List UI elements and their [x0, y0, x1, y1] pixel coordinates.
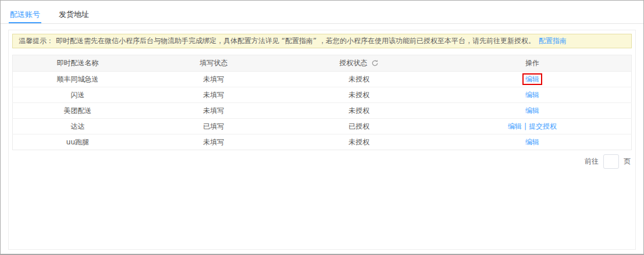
edit-link[interactable]: 编辑 [508, 122, 522, 130]
auth-status: 未授权 [285, 103, 433, 119]
action-separator: | [524, 122, 526, 130]
fill-status: 未填写 [143, 103, 285, 119]
col-header-auth-status: 授权状态 [285, 55, 433, 72]
config-guide-link[interactable]: 配置指南 [539, 36, 567, 46]
table-row: 顺丰同城急送 未填写 未授权 编辑 [13, 72, 632, 87]
delivery-name: uu跑腿 [13, 134, 143, 150]
notice-text: 即时配送需先在微信小程序后台与物流助手完成绑定，具体配置方法详见 “配置指南” … [56, 36, 535, 46]
table-row: 美团配送 未填写 未授权 编辑 [13, 103, 632, 119]
providers-table: 即时配送名称 填写状态 授权状态 [12, 55, 632, 150]
actions-cell: 编辑|提交授权 [433, 119, 631, 134]
auth-status: 已授权 [285, 119, 433, 134]
fill-status: 未填写 [143, 72, 285, 87]
actions-cell: 编辑 [433, 134, 631, 150]
submit-auth-link[interactable]: 提交授权 [529, 122, 557, 130]
delivery-name: 闪送 [13, 87, 143, 103]
page-number-input[interactable] [603, 154, 619, 169]
col-header-delivery-name: 即时配送名称 [13, 55, 143, 72]
notice-banner: 温馨提示： 即时配送需先在微信小程序后台与物流助手完成绑定，具体配置方法详见 “… [12, 34, 632, 48]
auth-status-label: 授权状态 [339, 58, 367, 68]
fill-status: 未填写 [143, 134, 285, 150]
page-jump: 前往 页 [12, 154, 632, 169]
edit-link[interactable]: 编辑 [525, 107, 539, 115]
edit-link[interactable]: 编辑 [522, 73, 542, 85]
tab-shipping-address[interactable]: 发货地址 [58, 5, 90, 23]
refresh-icon[interactable] [371, 59, 379, 67]
actions-cell: 编辑 [433, 103, 631, 119]
fill-status: 未填写 [143, 87, 285, 103]
edit-link[interactable]: 编辑 [525, 138, 539, 146]
delivery-name: 顺丰同城急送 [13, 72, 143, 87]
tab-delivery-account[interactable]: 配送账号 [9, 5, 41, 23]
table-row: 达达 已填写 已授权 编辑|提交授权 [13, 119, 632, 134]
auth-status: 未授权 [285, 134, 433, 150]
table-header-row: 即时配送名称 填写状态 授权状态 [13, 55, 632, 72]
auth-status: 未授权 [285, 72, 433, 87]
fill-status: 已填写 [143, 119, 285, 134]
goto-label: 前往 [585, 157, 599, 167]
page-unit-label: 页 [624, 157, 631, 167]
page-frame: 配送账号 发货地址 温馨提示： 即时配送需先在微信小程序后台与物流助手完成绑定，… [0, 0, 644, 255]
actions-cell: 编辑 [433, 72, 631, 87]
table-body: 顺丰同城急送 未填写 未授权 编辑 闪送 未填写 未授权 编辑 美团配送 未填写… [13, 72, 632, 150]
table-row: 闪送 未填写 未授权 编辑 [13, 87, 632, 103]
content-card: 温馨提示： 即时配送需先在微信小程序后台与物流助手完成绑定，具体配置方法详见 “… [8, 30, 636, 250]
table-row: uu跑腿 未填写 未授权 编辑 [13, 134, 632, 150]
col-header-fill-status: 填写状态 [143, 55, 285, 72]
edit-link[interactable]: 编辑 [525, 91, 539, 99]
auth-status: 未授权 [285, 87, 433, 103]
delivery-name: 达达 [13, 119, 143, 134]
delivery-name: 美团配送 [13, 103, 143, 119]
tab-bar: 配送账号 发货地址 [1, 1, 643, 24]
col-header-operation: 操作 [433, 55, 631, 72]
actions-cell: 编辑 [433, 87, 631, 103]
notice-prefix: 温馨提示： [19, 36, 54, 46]
